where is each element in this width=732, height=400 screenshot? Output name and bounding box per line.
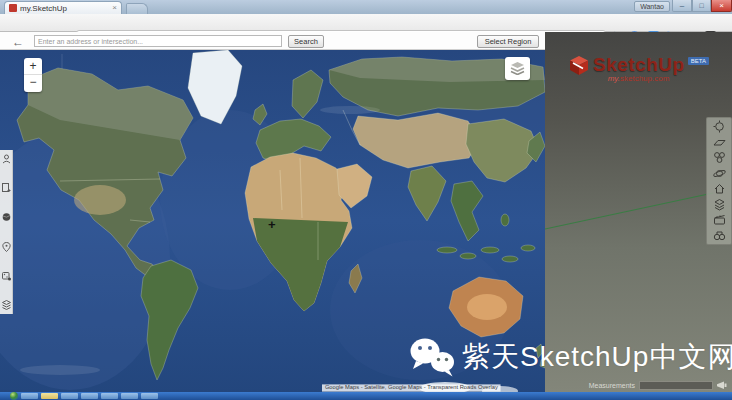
green-axis-line [545,32,732,392]
binoculars-icon[interactable] [713,229,726,242]
tab-title: my.SketchUp [20,4,109,13]
sketchup-logo-text: SketchUp [593,54,685,76]
map-layers-button[interactable] [505,57,530,80]
search-button[interactable]: Search [288,35,324,48]
world-map[interactable]: + − [0,50,545,392]
layers-icon [510,62,525,75]
taskbar-item[interactable] [141,393,158,399]
address-search-input[interactable] [34,35,282,47]
window-maximize-button[interactable]: □ [692,0,711,12]
map-back-icon[interactable]: ← [12,35,24,49]
left-tool-strip [0,150,13,314]
browser-tab[interactable]: my.SketchUp × [4,1,122,14]
taskbar-item[interactable] [81,393,98,399]
megaphone-icon[interactable] [717,381,728,390]
right-toolbar [706,117,732,245]
screen: my.SketchUp × Wantao – □ × ← → ↻ ⌂ https… [0,0,732,400]
sketchup-logo: SketchUp BETA my.sketchup.com [545,54,732,83]
tab-close-icon[interactable]: × [112,4,117,12]
window-close-button[interactable]: × [711,0,732,12]
map-attribution: Google Maps - Satellite, Google Maps - T… [322,384,501,391]
components-icon[interactable] [713,151,726,164]
components-stack-icon[interactable] [2,300,11,310]
dice-icon[interactable] [2,271,11,281]
taskbar-item[interactable] [61,393,78,399]
measurements-label: Measurements [589,382,635,389]
orbit-zoom-icon[interactable] [713,120,726,133]
browser-titlebar: my.SketchUp × Wantao – □ × [0,0,732,14]
add-model-icon[interactable] [2,183,11,193]
measurements-input[interactable] [639,381,713,390]
globe-icon[interactable] [2,212,11,222]
new-tab-button[interactable] [126,3,148,14]
start-button-icon[interactable] [10,392,18,400]
windows-taskbar [0,392,732,400]
plane-tool-icon[interactable] [713,136,726,149]
taskbar-item[interactable] [41,393,58,399]
orbit-icon[interactable] [713,167,726,180]
zoom-in-button[interactable]: + [24,58,42,75]
location-pin-icon[interactable] [2,242,11,252]
map-crosshair: + [268,217,276,232]
map-zoom-control: + − [24,58,42,92]
sketchup-favicon-icon [9,4,17,12]
camera-icon[interactable] [713,213,726,226]
taskbar-item[interactable] [101,393,118,399]
sketchup-cube-icon [568,54,590,76]
browser-profile-button[interactable]: Wantao [634,1,670,12]
user-icon[interactable] [2,154,11,164]
taskbar-item[interactable] [121,393,138,399]
sketchup-viewport[interactable]: SketchUp BETA my.sketchup.com [545,32,732,392]
taskbar-item[interactable] [21,393,38,399]
browser-navbar: ← → ↻ ⌂ https://my.sketchup.com/app ☆ M … [0,14,732,32]
select-region-button[interactable]: Select Region [477,35,539,48]
window-minimize-button[interactable]: – [672,0,692,12]
home-icon[interactable] [713,182,726,195]
measurements-bar: Measurements [545,378,732,392]
layers-icon[interactable] [713,198,726,211]
beta-badge: BETA [688,57,709,65]
zoom-out-button[interactable]: − [24,75,42,91]
